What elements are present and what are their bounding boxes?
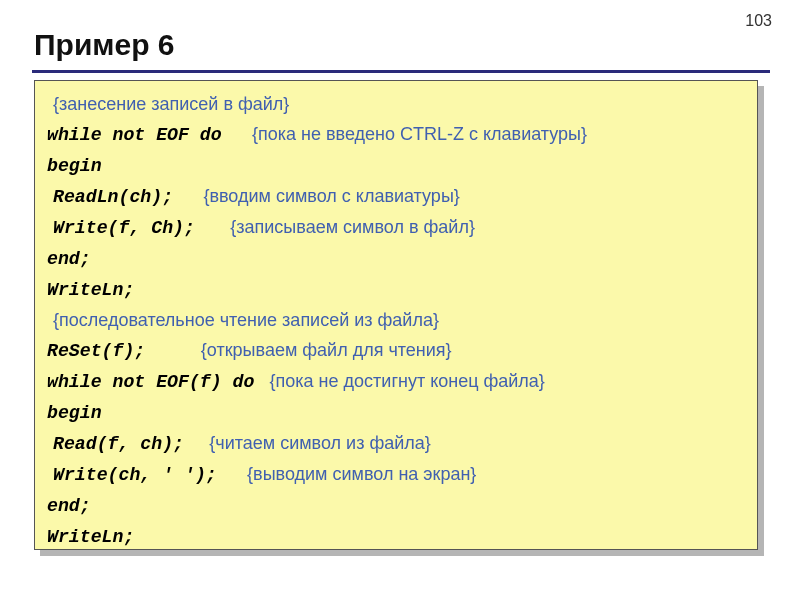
- code-comment: {выводим символ на экран}: [247, 464, 476, 484]
- code-line: begin: [43, 150, 749, 181]
- code-text: WriteLn;: [47, 280, 134, 300]
- code-comment: {занесение записей в файл}: [53, 94, 289, 114]
- code-text: while not EOF(f) do: [47, 372, 254, 392]
- code-line: begin: [43, 397, 749, 428]
- code-comment: {пока не достигнут конец файла}: [270, 371, 545, 391]
- code-line: Write(ch, ' '); {выводим символ на экран…: [43, 459, 749, 490]
- code-text: while not EOF do: [47, 125, 222, 145]
- code-text: ReadLn(ch);: [53, 187, 173, 207]
- code-text: end;: [47, 496, 91, 516]
- code-line: while not EOF(f) do {пока не достигнут к…: [43, 366, 749, 397]
- code-line: end;: [43, 243, 749, 274]
- code-comment: {читаем символ из файла}: [209, 433, 431, 453]
- code-line: ReadLn(ch); {вводим символ с клавиатуры}: [43, 181, 749, 212]
- code-comment: {вводим символ с клавиатуры}: [203, 186, 459, 206]
- code-line: WriteLn;: [43, 274, 749, 305]
- code-comment: {пока не введено CTRL-Z с клавиатуры}: [252, 124, 587, 144]
- code-text: Write(ch, ' ');: [53, 465, 217, 485]
- code-line: WriteLn;: [43, 521, 749, 552]
- code-comment: {открываем файл для чтения}: [201, 340, 452, 360]
- code-box: {занесение записей в файл} while not EOF…: [34, 80, 758, 550]
- code-line: while not EOF do {пока не введено CTRL-Z…: [43, 119, 749, 150]
- code-text: begin: [47, 403, 102, 423]
- code-comment: {последовательное чтение записей из файл…: [53, 310, 439, 330]
- code-line: {занесение записей в файл}: [43, 89, 749, 119]
- code-text: Read(f, ch);: [53, 434, 184, 454]
- code-text: WriteLn;: [47, 527, 134, 547]
- code-line: ReSet(f); {открываем файл для чтения}: [43, 335, 749, 366]
- code-line: {последовательное чтение записей из файл…: [43, 305, 749, 335]
- page-number: 103: [745, 12, 772, 30]
- code-comment: {записываем символ в файл}: [230, 217, 475, 237]
- code-line: end;: [43, 490, 749, 521]
- code-line: Write(f, Ch); {записываем символ в файл}: [43, 212, 749, 243]
- code-text: ReSet(f);: [47, 341, 145, 361]
- slide-title: Пример 6: [34, 28, 175, 62]
- code-text: begin: [47, 156, 102, 176]
- code-text: end;: [47, 249, 91, 269]
- code-text: Write(f, Ch);: [53, 218, 195, 238]
- title-underline: [32, 70, 770, 73]
- code-line: Read(f, ch); {читаем символ из файла}: [43, 428, 749, 459]
